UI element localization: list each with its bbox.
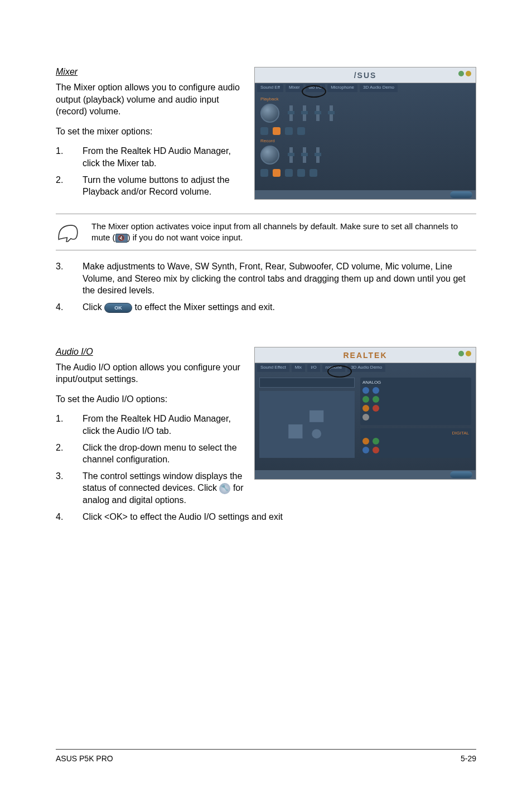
record-volume-knob [260, 146, 279, 165]
analog-label: ANALOG [362, 380, 469, 385]
channel-dropdown [259, 378, 355, 388]
note-icon [56, 221, 80, 243]
mixer-heading: Mixer [56, 67, 249, 77]
mixer-step3: Make adjustments to Wave, SW Synth, Fron… [83, 260, 476, 297]
highlight-circle [302, 85, 326, 98]
step-number: 1. [56, 413, 83, 437]
highlight-circle [327, 365, 352, 378]
audioio-presteps: To set the Audio I/O options: [56, 393, 249, 405]
audioio-step2: Click the drop-down menu to select the c… [83, 442, 249, 466]
mixer-step4-a: Click [83, 302, 104, 312]
audioio-heading: Audio I/O [56, 347, 249, 357]
screenshot-ok-button [450, 191, 472, 198]
mixer-intro: The Mixer option allows you to configure… [56, 81, 249, 118]
note-text-b: ) if you do not want voice input. [128, 233, 243, 242]
screenshot-brand: REALTEK [255, 347, 476, 363]
note-block: The Mixer option activates voice input f… [56, 214, 476, 251]
step-number: 3. [56, 470, 83, 506]
mute-icon [115, 234, 128, 243]
step-number: 2. [56, 442, 83, 466]
audioio-step3-a: The control settings window displays the… [83, 471, 242, 493]
footer-right: 5-29 [461, 754, 476, 763]
screenshot-tabs: Sound EffMixerdio I/OMicrophone3D Audio … [255, 83, 476, 93]
audioio-intro: The Audio I/O option allows you configur… [56, 361, 249, 385]
digital-label: DIGITAL [362, 431, 469, 436]
mixer-presteps: To set the mixer options: [56, 125, 249, 138]
step-number: 4. [56, 301, 83, 313]
step-number: 4. [56, 511, 83, 523]
mixer-step2: Turn the volume buttons to adjust the Pl… [83, 174, 249, 198]
audioio-step4: Click <OK> to effect the Audio I/O setti… [83, 511, 476, 523]
svg-point-2 [312, 429, 321, 438]
step-number: 2. [56, 174, 83, 198]
tool-icon [219, 483, 230, 494]
mixer-step1: From the Realtek HD Audio Manager, click… [83, 145, 249, 169]
mixer-step4-b: to effect the Mixer settings and exit. [132, 302, 275, 312]
screenshot-tabs: Sound EffectMixI/Orophone3D Audio Demo [255, 363, 476, 373]
footer-left: ASUS P5K PRO [56, 754, 113, 763]
mixer-screenshot: /SUS Sound EffMixerdio I/OMicrophone3D A… [254, 67, 476, 200]
screenshot-brand: /SUS [255, 67, 476, 83]
svg-rect-0 [288, 424, 302, 438]
screenshot-ok-button [450, 471, 472, 478]
step-number: 1. [56, 145, 83, 169]
speaker-layout-image [259, 391, 355, 458]
svg-rect-1 [309, 410, 323, 422]
step-number: 3. [56, 260, 83, 297]
playback-volume-knob [260, 104, 279, 123]
audioio-step1: From the Realtek HD Audio Manager, click… [83, 413, 249, 437]
ok-button-icon: OK [104, 303, 132, 313]
audioio-screenshot: REALTEK Sound EffectMixI/Orophone3D Audi… [254, 347, 476, 480]
